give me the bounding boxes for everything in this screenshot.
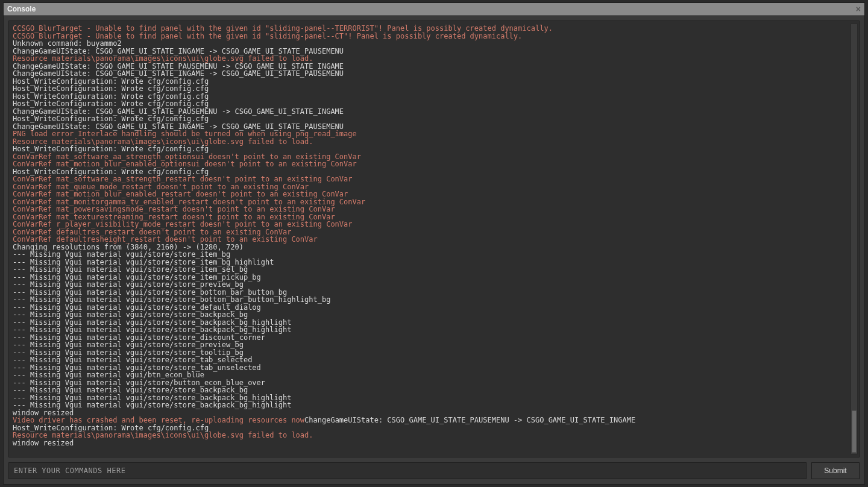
log-line: ChangeGameUIState: CSGO_GAME_UI_STATE_IN… [13,70,847,78]
log-line: CCSGO_BlurTarget - Unable to find panel … [13,33,847,40]
input-row: Submit [8,462,860,479]
window-title: Console [7,5,36,13]
console-log: CCSGO_BlurTarget - Unable to find panel … [8,20,860,457]
log-line: --- Missing Vgui material vgui/store/sto… [13,296,847,304]
log-line: Video driver has crashed and been reset,… [13,416,847,424]
log-line: ConVarRef mat_motion_blur_enabled_restar… [13,190,847,198]
log-line: ConVarRef mat_motion_blur_enabled_option… [13,160,847,168]
log-line: --- Missing Vgui material vgui/store/sto… [13,326,847,334]
log-line: ConVarRef r_player_visibility_mode_resta… [13,221,847,228]
log-line: window resized [13,439,847,447]
log-line: CCSGO_BlurTarget - Unable to find panel … [13,25,847,33]
command-input[interactable] [8,462,807,479]
log-line: ConVarRef defaultresheight_restart doesn… [13,236,847,244]
log-line: Unknown command: buyammo2 [13,40,847,48]
log-line: Resource materials\panorama\images\icons… [13,432,847,439]
log-line: --- Missing Vgui material vgui/store/sto… [13,281,847,289]
log-line: ConVarRef mat_powersavingsmode_restart d… [13,206,847,213]
log-line: PNG load error Interlace handling should… [13,130,847,138]
log-line: --- Missing Vgui material vgui/store/sto… [13,311,847,319]
log-line: --- Missing Vgui material vgui/store/sto… [13,251,847,259]
log-line: Host_WriteConfiguration: Wrote cfg/confi… [13,85,847,93]
log-line: --- Missing Vgui material vgui/store/sto… [13,386,847,394]
close-icon[interactable]: × [856,5,861,13]
log-line: --- Missing Vgui material vgui/store/sto… [13,401,847,409]
log-line: Resource materials\panorama\images\icons… [13,55,847,63]
log-line: Host_WriteConfiguration: Wrote cfg/confi… [13,100,847,108]
console-window: Console × CCSGO_BlurTarget - Unable to f… [3,2,865,485]
log-line: --- Missing Vgui material vgui/store/sto… [13,341,847,349]
log-line: Host_WriteConfiguration: Wrote cfg/confi… [13,115,847,123]
scrollbar-thumb[interactable] [852,410,857,453]
log-line: --- Missing Vgui material vgui/store/sto… [13,356,847,364]
console-log-text: CCSGO_BlurTarget - Unable to find panel … [9,21,849,457]
log-line: ConVarRef mat_software_aa_strength_resta… [13,175,847,183]
scrollbar[interactable] [851,24,858,454]
submit-button[interactable]: Submit [811,462,860,479]
titlebar[interactable]: Console × [4,3,864,16]
log-line: --- Missing Vgui material vgui/store/sto… [13,266,847,274]
log-line: --- Missing Vgui material vgui/btn_econ_… [13,371,847,379]
log-line: Host_WriteConfiguration: Wrote cfg/confi… [13,145,847,153]
